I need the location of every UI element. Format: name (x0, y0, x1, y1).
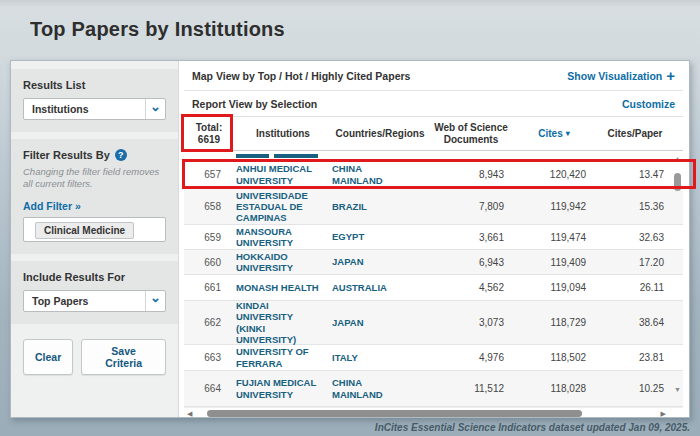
results-list-label: Results List (23, 79, 166, 91)
cites-per-paper-cell: 17.20 (594, 257, 676, 268)
institution-cell: MANSOURA UNIVERSITY (234, 226, 332, 248)
total-label: Total: (196, 122, 222, 134)
institution-link[interactable]: HOKKAIDO UNIVERSITY (236, 251, 322, 273)
cites-cell: 118,729 (514, 317, 594, 328)
country-link[interactable]: AUSTRALIA (332, 282, 387, 293)
show-visualization-label: Show Visualization (567, 70, 662, 82)
include-results-label: Include Results For (23, 271, 166, 283)
country-cell: AUSTRALIA (332, 282, 428, 293)
report-view-bar: Report View by Selection Customize (184, 91, 683, 117)
country-link[interactable]: ITALY (332, 352, 358, 363)
cites-per-paper-cell: 13.47 (594, 169, 676, 180)
save-criteria-button[interactable]: Save Criteria (81, 339, 166, 375)
country-cell: CHINA MAINLAND (332, 163, 428, 185)
cites-cell: 119,094 (514, 282, 594, 293)
clipped-text-fragment (274, 154, 318, 158)
table-row-660: 660 HOKKAIDO UNIVERSITY JAPAN 6,943 119,… (184, 250, 683, 275)
map-view-title: Map View by Top / Hot / Highly Cited Pap… (192, 70, 410, 82)
include-results-section: Include Results For Top Papers ⌄ (11, 261, 178, 324)
horizontal-scrollbar[interactable]: ◀ ▶ (184, 407, 683, 419)
docs-cell: 3,661 (428, 232, 514, 243)
country-cell: JAPAN (332, 317, 428, 328)
vertical-scrollbar[interactable]: ▲ ▼ (671, 153, 684, 395)
chevron-down-icon: ⌄ (145, 291, 165, 311)
filter-input[interactable]: Clinical Medicine (23, 217, 166, 242)
institution-link[interactable]: UNIVERSIDADE ESTADUAL DE CAMPINAS (236, 190, 322, 224)
clear-button[interactable]: Clear (23, 339, 73, 375)
country-link[interactable]: JAPAN (332, 256, 364, 267)
country-cell: JAPAN (332, 256, 428, 267)
cites-per-paper-cell: 15.36 (594, 201, 676, 212)
report-view-title: Report View by Selection (192, 98, 317, 110)
filter-note: Changing the filter field removes all cu… (23, 166, 166, 190)
map-view-bar: Map View by Top / Hot / Highly Cited Pap… (184, 61, 683, 91)
institution-link[interactable]: MONASH HEALTH (236, 282, 319, 293)
clipped-text-fragment (236, 154, 269, 158)
institution-link[interactable]: KINDAI UNIVERSITY (KINKI UNIVERSITY) (236, 300, 322, 345)
content-card: Results List Institutions ⌄ Filter Resul… (10, 60, 690, 418)
rank-cell: 660 (184, 257, 234, 268)
scroll-down-icon[interactable]: ▼ (674, 386, 681, 393)
include-results-value: Top Papers (32, 295, 88, 307)
institution-link[interactable]: UNIVERSITY OF FERRARA (236, 346, 322, 368)
filter-label: Filter Results By (23, 149, 110, 161)
vertical-scroll-thumb[interactable] (674, 173, 681, 191)
include-results-select[interactable]: Top Papers ⌄ (23, 290, 166, 312)
show-visualization-link[interactable]: Show Visualization + (567, 70, 675, 82)
filter-label-row: Filter Results By ? (23, 149, 166, 161)
country-link[interactable]: CHINA MAINLAND (332, 377, 396, 399)
docs-cell: 4,562 (428, 282, 514, 293)
table-row-657: 657 ANHUI MEDICAL UNIVERSITY CHINA MAINL… (184, 161, 683, 189)
rank-cell: 657 (184, 169, 234, 180)
institution-cell: UNIVERSITY OF FERRARA (234, 346, 332, 368)
country-cell: BRAZIL (332, 201, 428, 212)
cites-per-paper-cell: 32.63 (594, 232, 676, 243)
institutions-header: Institutions (234, 117, 332, 150)
cites-cell: 119,942 (514, 201, 594, 212)
institution-link[interactable]: FUJIAN MEDICAL UNIVERSITY (236, 377, 322, 399)
institution-link[interactable]: MANSOURA UNIVERSITY (236, 226, 322, 248)
cites-sort-header[interactable]: Cites ▾ (514, 117, 594, 150)
docs-cell: 3,073 (428, 317, 514, 328)
table-row-662: 662 KINDAI UNIVERSITY (KINKI UNIVERSITY)… (184, 301, 683, 345)
cites-per-paper-cell: 10.25 (594, 383, 676, 394)
institution-cell: KINDAI UNIVERSITY (KINKI UNIVERSITY) (234, 300, 332, 345)
add-filter-link[interactable]: Add Filter » (23, 200, 81, 212)
rank-cell: 661 (184, 282, 234, 293)
cites-per-paper-cell: 23.81 (594, 352, 676, 363)
horizontal-scroll-thumb[interactable] (207, 410, 582, 417)
cites-cell: 120,420 (514, 169, 594, 180)
clipped-row-remnant (184, 151, 683, 161)
country-link[interactable]: EGYPT (332, 231, 364, 242)
country-cell: ITALY (332, 352, 428, 363)
sidebar-buttons: Clear Save Criteria (11, 331, 178, 383)
cites-cell: 119,409 (514, 257, 594, 268)
results-list-select[interactable]: Institutions ⌄ (23, 98, 166, 120)
country-link[interactable]: CHINA MAINLAND (332, 163, 396, 185)
institution-cell: ANHUI MEDICAL UNIVERSITY (234, 163, 332, 185)
sidebar: Results List Institutions ⌄ Filter Resul… (11, 61, 179, 417)
rank-cell: 664 (184, 383, 234, 394)
cites-cell: 119,474 (514, 232, 594, 243)
customize-link[interactable]: Customize (622, 98, 675, 110)
country-cell: EGYPT (332, 231, 428, 242)
wos-documents-header: Web of Science Documents (428, 117, 514, 150)
docs-cell: 11,512 (428, 383, 514, 394)
country-link[interactable]: JAPAN (332, 317, 364, 328)
page-title: Top Papers by Institutions (30, 18, 285, 41)
institution-link[interactable]: ANHUI MEDICAL UNIVERSITY (236, 163, 322, 185)
rank-cell: 663 (184, 352, 234, 363)
table-row-658: 658 UNIVERSIDADE ESTADUAL DE CAMPINAS BR… (184, 189, 683, 225)
country-link[interactable]: BRAZIL (332, 201, 367, 212)
scroll-up-icon[interactable]: ▲ (674, 155, 681, 162)
cites-cell: 118,028 (514, 383, 594, 394)
help-icon[interactable]: ? (115, 149, 127, 161)
scroll-left-icon[interactable]: ◀ (184, 410, 195, 418)
cites-per-paper-cell: 26.11 (594, 282, 676, 293)
total-header-cell: Total: 6619 (184, 117, 234, 150)
table-row-664: 664 FUJIAN MEDICAL UNIVERSITY CHINA MAIN… (184, 371, 683, 407)
filter-tag-clinical-medicine[interactable]: Clinical Medicine (35, 222, 134, 239)
scroll-right-icon[interactable]: ▶ (658, 410, 669, 418)
sort-descending-icon: ▾ (566, 129, 570, 138)
chevron-down-icon: ⌄ (145, 99, 165, 119)
